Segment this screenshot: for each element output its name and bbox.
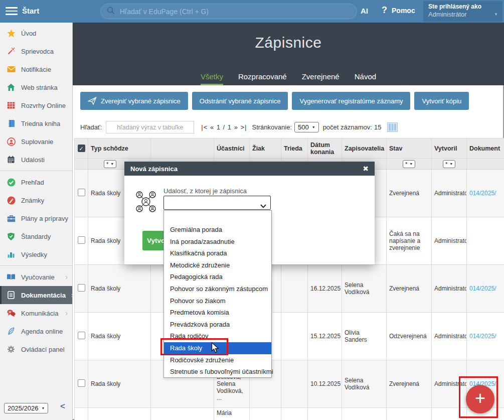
cell-status: Zverejnená [387,170,432,217]
cell-status [387,408,432,420]
sidebar-item-udalosti[interactable]: Udalosti [0,151,72,169]
page-size-value: 500 [298,123,309,131]
document-link[interactable]: 014/2025/ [469,285,496,292]
search-input[interactable] [119,7,351,16]
page-size-select[interactable]: 500 ▼ [294,122,319,132]
sidebar-item-znamky[interactable]: Známky [0,191,72,209]
topbar: Štart AI ? Pomoc Ste prihlásený ako Admi… [0,0,504,23]
document-link[interactable]: 014/2025/ [469,190,496,197]
tab-2[interactable]: Zverejnené [302,72,340,85]
sidebar-item-suplovanie[interactable]: Suplovanie [0,132,72,151]
sidebar-item-komunikacia[interactable]: Komunikácia› [0,304,72,322]
select-all-checkbox[interactable]: ✓ [78,145,85,152]
table-search-label: Hľadať: [80,123,102,131]
sidebar-item-ovladaci-panel[interactable]: Ovládací panel [0,340,72,358]
filter-type-select[interactable]: *▼ [104,160,116,168]
dropdown-option-6[interactable]: Pohovor so zákonným zástupcom [164,283,271,295]
sidebar-collapse-button[interactable]: < [60,401,65,411]
cell-check [75,360,88,408]
sidebar-item-vysledky[interactable]: Výsledky [0,245,72,263]
row-checkbox[interactable] [78,284,85,292]
help-button[interactable]: Pomoc [392,7,415,15]
cell-writers: Selena Vodíková [342,360,387,408]
row-checkbox[interactable] [78,236,85,244]
cell-date [308,408,342,420]
add-record-fab[interactable]: + [466,385,494,413]
dropdown-option-13[interactable]: Stretnutie s ľubovoľnými účastníkmi [164,366,271,378]
menu-icon[interactable] [6,7,18,17]
row-checkbox[interactable] [78,379,85,387]
sidebar-item-vyucovanie[interactable]: Vyučovanie› [0,268,72,286]
dropdown-option-9[interactable]: Prevádzková porada [164,319,271,331]
dropdown-option-10[interactable]: Rada rodičov [164,330,271,342]
chevron-down-icon: ▼ [449,162,453,166]
column-header-9: Vytvoril [432,138,467,159]
document-link[interactable]: 014/2025/ [469,333,496,340]
row-checkbox[interactable] [78,189,85,196]
sidebar-item-label: Dokumentácia [21,292,66,299]
sidebar-item-sprievodca[interactable]: Sprievodca [0,42,72,60]
sidebar-item-standardy[interactable]: Štandardy [0,227,72,245]
button-label: Odstrániť vybrané zápisnice [200,97,281,105]
create-copy-button[interactable]: Vytvoriť kópiu [414,92,469,110]
dropdown-option-5[interactable]: Pedagogická rada [164,271,271,283]
sidebar-item-label: Vyučovanie [21,273,55,281]
user-menu[interactable]: Ste prihlásený ako Administrátor ▼ [423,1,502,22]
generate-registry-button[interactable]: Vygenerovať registratúrne záznamy [292,92,410,110]
start-menu[interactable]: Štart [22,7,39,15]
chevron-down-icon: ▼ [494,12,498,17]
sidebar-item-prehlad[interactable]: Prehľad [0,173,72,191]
dropdown-option-4[interactable]: Metodické združenie [164,259,271,271]
sidebar-item-dokumentacia[interactable]: Dokumentácia› [0,286,72,304]
column-header-10: Dokument [467,138,504,159]
table-row[interactable]: Rada školyAdriana Belicová, Selena Vodík… [75,360,504,408]
sidebar-item-label: Sprievodca [21,48,54,55]
sidebar-item-rozvrhy-online[interactable]: Rozvrhy Online [0,96,72,114]
row-checkbox[interactable] [78,332,85,339]
table-search-input[interactable] [106,121,194,133]
sidebar-item-agenda-online[interactable]: Agenda online [0,322,72,340]
help-icon[interactable]: ? [382,5,387,16]
publish-selected-button[interactable]: Zverejniť vybrané zápisnice [80,92,188,110]
dropdown-option-8[interactable]: Predmetová komisia [164,307,271,319]
column-header-4: Žiak [250,138,281,159]
dropdown-option-7[interactable]: Pohovor so žiakom [164,295,271,307]
filter-status-select[interactable]: *▼ [403,160,415,168]
dropdown-option-11[interactable]: Rada školy [164,342,271,354]
dropdown-option-3[interactable]: Klasifikačná porada [164,247,271,259]
sidebar-item-label: Notifikácie [21,66,51,73]
school-year-select[interactable]: 2025/2026 ▼ [4,403,48,413]
table-row[interactable]: Rada školy16.12.2025Selena VodíkováZvere… [75,265,504,313]
dropdown-option-2[interactable]: Iná porada/zasadnutie [164,236,271,248]
dropdown-option-1[interactable]: Gremiálna porada [164,224,271,236]
sidebar-item-triedna-kniha[interactable]: Triedna kniha [0,114,72,132]
sidebar-item-label: Suplovanie [21,138,53,146]
dropdown-option-12[interactable]: Rodičovské združenie [164,354,271,366]
ai-button[interactable]: AI [361,7,368,15]
filter-creator-select[interactable]: *▼ [443,160,455,168]
cell-class [281,408,308,420]
global-search[interactable] [100,4,357,19]
envelope-icon [7,66,16,73]
logged-in-label: Ste prihlásený ako [428,3,497,10]
tab-1[interactable]: Rozpracované [238,72,287,85]
cell-date: 15.12.2025 [308,313,342,360]
sidebar-item-label: Triedna kniha [21,120,60,127]
close-icon[interactable]: ✖ [363,165,369,173]
filter-cell-8: *▼ [387,159,432,170]
table-row[interactable]: Rada školy15.12.2025Olivia SandersOdzver… [75,313,504,360]
tab-0[interactable]: Všetky [201,72,223,85]
sidebar-item-web-stranka[interactable]: Web stránka [0,78,72,96]
sidebar-item-notifikacie[interactable]: Notifikácie [0,60,72,78]
sidebar-item-uvod[interactable]: Úvod [0,24,72,42]
event-select[interactable] [163,196,271,210]
gear-icon [7,345,16,353]
sidebar-item-plany-a-pripravy[interactable]: Plány a prípravy [0,209,72,227]
column-settings-icon[interactable] [387,122,398,132]
tab-3[interactable]: Návod [355,72,376,85]
delete-selected-button[interactable]: Odstrániť vybrané zápisnice [192,92,288,110]
cell-check [75,217,88,265]
pagination[interactable]: |< « 1 / 1 » >| [201,123,247,131]
table-row[interactable]: Mária [75,408,504,420]
cell-type [88,408,151,420]
